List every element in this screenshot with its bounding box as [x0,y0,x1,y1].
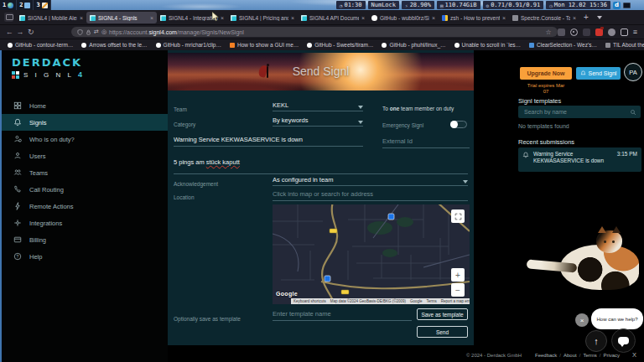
display-tray-icon[interactable] [623,3,631,8]
avatar[interactable]: PA [624,63,642,81]
sidebar-item-signls[interactable]: Signls [2,114,168,131]
send-button[interactable]: Send [417,326,468,338]
template-search[interactable] [518,106,641,118]
terms-link[interactable]: Terms [426,299,436,303]
bookmark-item[interactable]: Arrows offset to the le… [81,42,147,48]
sidebar-item-teams[interactable]: Teams [2,164,168,181]
bookmark-star-icon[interactable]: ☆ [546,28,552,36]
bookmark-item[interactable]: GitHub - mrichar1/clip… [156,42,221,48]
firefox-view-button[interactable] [4,13,13,22]
footer-link-terms[interactable]: Terms [583,353,596,358]
chat-dismiss-button[interactable]: × [575,313,589,327]
tab-close-icon[interactable]: × [502,15,506,21]
report-map-error-link[interactable]: Report a map error [441,299,470,303]
tab-close-icon[interactable]: × [432,15,435,21]
tab-spectre-console[interactable]: Spectre.Console - Table× [509,12,579,23]
map-fullscreen-button[interactable] [451,209,465,223]
template-name-input[interactable] [273,310,412,321]
chat-prompt-bubble[interactable]: How can we help? [591,308,643,329]
footer-link-about[interactable]: About [564,353,577,358]
tab-close-icon[interactable]: × [80,15,83,21]
team-select[interactable]: KEKL [273,101,363,111]
list-all-tabs-button[interactable] [597,16,602,19]
tab-close-icon[interactable]: × [150,15,153,21]
bookmark-item[interactable]: GitHub - contour-term… [8,42,73,48]
docker-tray-icon[interactable]: d [613,2,621,9]
bookmark-item[interactable]: GitHub - Sweets/tiram… [307,42,373,48]
sidebar-item-call-routing[interactable]: Call Routing [2,181,168,198]
acknowledgement-select[interactable]: As configured in team [273,176,468,186]
footer-link-feedback[interactable]: Feedback [535,353,557,358]
tab-close-icon[interactable]: × [361,15,365,21]
forward-button[interactable]: → [15,28,26,36]
scroll-to-top-button[interactable]: ↑ [585,330,607,352]
sidebar-item-billing[interactable]: Billing [2,231,168,248]
permissions-icon[interactable]: ◎ [101,28,106,35]
acknowledgement-label: Acknowledgement [174,181,218,187]
tracking-shield-icon[interactable] [77,29,83,35]
hamburger-menu-icon[interactable]: ≡ [633,28,637,36]
back-button[interactable]: ← [4,28,15,36]
bookmark-item[interactable]: GitHub - phuhl/linux_… [382,42,445,48]
bookmark-item[interactable]: TIL About the i3 Scratc… [605,42,644,48]
new-tab-button[interactable]: + [579,13,593,22]
signl-templates-heading: Signl templates [518,97,561,105]
keyboard-shortcuts-link[interactable]: Keyboard shortcuts [293,299,326,303]
tab-signl4-api-docs[interactable]: SIGNL4 API Documentatio× [298,12,368,23]
tab-signl4-mobile-alerting[interactable]: SIGNL4 | Mobile Alerting× [16,12,86,23]
url-bar[interactable]: ⇄ ◎ https://account.signl4.com/manage/Si… [71,27,558,37]
chat-launcher-button[interactable] [611,328,636,353]
upgrade-now-button[interactable]: Upgrade Now [520,67,572,80]
map-zoom-in-button[interactable]: + [451,268,465,282]
external-id-input[interactable] [382,137,470,148]
team-icon [13,168,22,177]
footer-close-button[interactable]: X [632,351,636,359]
swap-icon[interactable]: ⇄ [94,28,99,35]
map-zoom-out-button[interactable]: − [451,283,465,297]
google-link[interactable]: Google [410,299,423,303]
reload-button[interactable]: ↻ [25,28,36,36]
emergency-toggle[interactable] [450,121,467,128]
save-page-icon[interactable] [621,28,628,36]
search-input[interactable] [522,108,626,116]
extension-icon-2[interactable] [608,28,615,36]
adblock-extension-icon[interactable] [595,28,603,36]
send-signl-button[interactable]: Send Signl [576,67,621,80]
sidebar-item-help[interactable]: ?Help [2,248,168,265]
tab-close-icon[interactable]: × [221,15,224,21]
extension-icon[interactable] [583,28,590,36]
recent-submission-item[interactable]: Warning ServiceKEKWASASERVICE is down 3:… [518,147,641,172]
save-as-template-button[interactable]: Save as template [417,308,468,320]
workspace-1[interactable]: 1 [0,0,17,10]
tab-close-icon[interactable]: × [291,15,294,21]
lock-icon[interactable] [86,29,91,35]
transit-marker[interactable] [325,276,330,282]
transit-marker[interactable] [388,214,394,220]
cat-photo [522,228,644,305]
workspace-3[interactable]: 3 [34,0,50,10]
sidebar-item-users[interactable]: Users [2,147,168,164]
category-select[interactable]: By keywords [273,116,363,127]
sidebar-item-home[interactable]: Home [2,97,168,114]
github-favicon [8,43,13,48]
sidebar-item-who-is-on-duty[interactable]: Who is on duty? [2,131,168,147]
sidebar-item-remote-actions[interactable]: Remote Actions [2,198,168,215]
tab-zsh-question[interactable]: zsh - How to prevent a co× [439,12,509,23]
screenshot-extension-icon[interactable] [558,28,565,36]
workspace-2[interactable]: 2 [17,0,34,10]
tab-close-icon[interactable]: × [573,15,576,21]
tab-signl4-signls[interactable]: SIGNL4 - Signls× [86,12,157,23]
footer-link-privacy[interactable]: Privacy [603,353,620,358]
message-input[interactable]: 5 pings am stück kaputt [174,158,240,166]
routing-info: To one team member on duty [382,106,454,111]
account-icon[interactable] [570,28,578,36]
tab-github-wubbl0rz[interactable]: GitHub - wubbl0rz/Signl4× [368,12,439,23]
location-input[interactable] [273,190,468,201]
title-input[interactable] [174,136,363,147]
tab-signl4-pricing[interactable]: SIGNL4 | Pricing and Subs× [227,12,298,23]
sidebar-item-integrations[interactable]: Integrations [2,215,168,231]
bookmark-item[interactable]: Unable to scroll in `les… [454,42,521,48]
google-map[interactable]: + − Google Keyboard shortcuts Map data ©… [273,204,470,304]
bookmark-item[interactable]: ClearSelection - Wez's… [529,42,597,48]
bookmark-item[interactable]: How to show a GUI me… [230,42,299,48]
